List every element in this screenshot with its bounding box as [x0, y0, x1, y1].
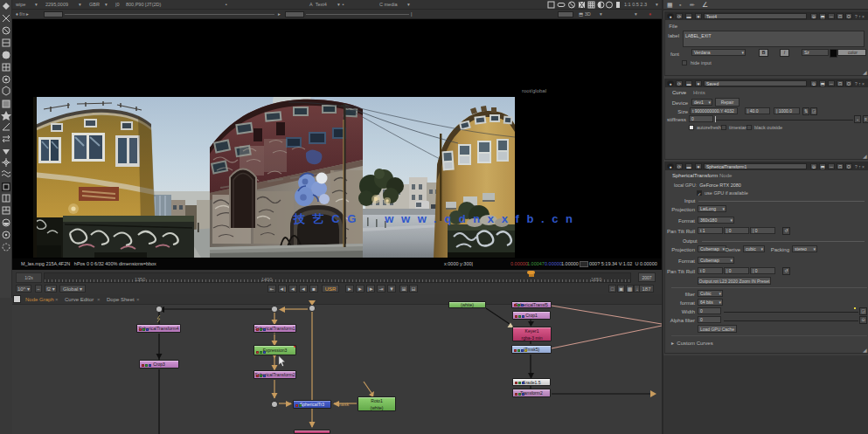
- svg-text:mask: mask: [337, 402, 349, 407]
